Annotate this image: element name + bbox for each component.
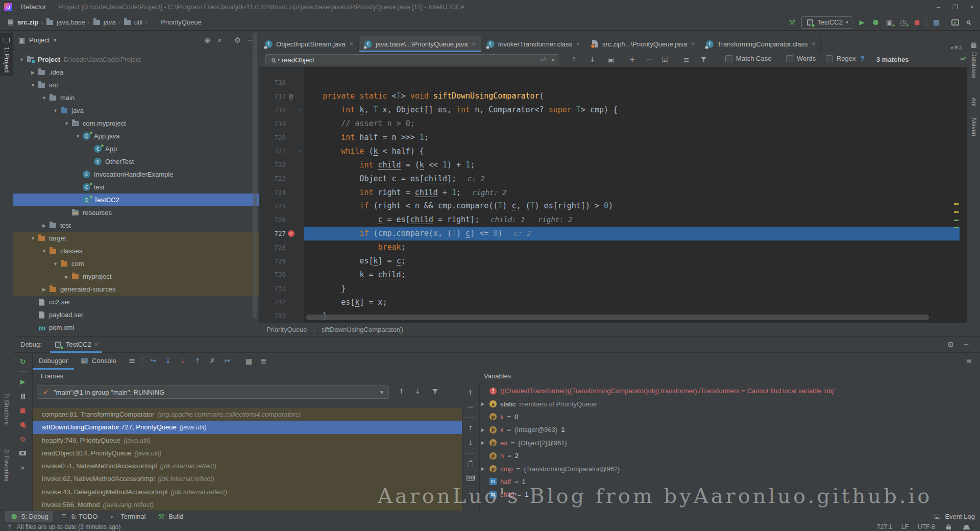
debug-icon[interactable]: [871, 18, 880, 27]
warning-stripe-mark[interactable]: [954, 203, 959, 205]
collapse-all-icon[interactable]: [216, 36, 225, 44]
code-line-724[interactable]: 724 int right = child + 1;right: 2: [259, 185, 960, 199]
project-view-selector[interactable]: Project ▼: [17, 36, 57, 44]
debug-session-tab[interactable]: TestCC2 ×: [50, 336, 102, 353]
event-log-button[interactable]: Event Log: [933, 512, 975, 521]
prev-occurrence-icon[interactable]: [570, 55, 578, 64]
frame-row[interactable]: siftDownUsingComparator:727, PriorityQue…: [33, 421, 462, 433]
code-line-728[interactable]: 728 break;: [259, 240, 960, 254]
tree-item-cc2ser[interactable]: cc2.ser: [13, 296, 259, 308]
variable-row[interactable]: half=1: [480, 475, 970, 488]
search-filter-icon[interactable]: [699, 55, 708, 64]
close-window-icon[interactable]: ×: [964, 4, 980, 11]
tree-item-App[interactable]: App: [13, 142, 259, 155]
run-icon[interactable]: [857, 18, 866, 27]
tree-chevron-icon[interactable]: ▶: [40, 287, 48, 292]
code-line-732[interactable]: 732 es[k] = x;: [259, 295, 960, 309]
code-editor[interactable]: 716717@ private static <T> void siftDown…: [259, 67, 960, 323]
breadcrumb-item-util[interactable]: util: [123, 18, 143, 27]
code-line-726[interactable]: 726 c = es[child = right];child: 1 right…: [259, 213, 960, 227]
encoding[interactable]: UTF-8: [918, 523, 935, 530]
tree-item-payloadser[interactable]: payload.ser: [13, 308, 259, 321]
breadcrumb-item-java[interactable]: java: [92, 18, 116, 27]
toolwindow-button-Build[interactable]: Build: [152, 511, 188, 522]
caret-position[interactable]: 727:1: [877, 523, 892, 530]
sidebar-item-favorites[interactable]: 2: Favorites: [0, 446, 13, 485]
close-tab-icon[interactable]: ×: [812, 40, 815, 47]
close-icon[interactable]: ×: [94, 341, 98, 348]
tree-item-InvocationHandlerExample[interactable]: InvocationHandlerExample: [13, 168, 259, 181]
add-watch-icon[interactable]: [467, 388, 475, 396]
tree-item-myproject[interactable]: ▶myproject: [13, 270, 259, 283]
line-ending[interactable]: LF: [901, 523, 909, 530]
expand-chevron-icon[interactable]: ▶: [480, 466, 486, 471]
remove-watch-icon[interactable]: [467, 402, 475, 411]
editor-tab-ObjectInputStreamjava[interactable]: ObjectInputStream.java×: [259, 36, 359, 52]
tree-item-generatedsources[interactable]: ▶generated-sources: [13, 283, 259, 296]
add-selection-icon[interactable]: [628, 55, 636, 64]
close-tab-icon[interactable]: ×: [691, 40, 695, 47]
next-occurrence-icon[interactable]: [588, 55, 597, 64]
thread-dropdown[interactable]: "main"@1 in group "main": RUNNING ▼: [37, 385, 389, 399]
tab-console[interactable]: Console: [74, 353, 122, 369]
editor-vertical-scrollbar[interactable]: [952, 67, 960, 323]
variable-row[interactable]: child=1: [480, 488, 970, 501]
step-out-icon[interactable]: [193, 356, 202, 365]
close-tab-icon[interactable]: ×: [350, 40, 353, 47]
frame-row[interactable]: heapify:749, PriorityQueue(java.util): [33, 434, 462, 447]
step-into-icon[interactable]: [164, 356, 173, 365]
minimize-panel-icon[interactable]: [962, 340, 971, 349]
warning-stripe-mark[interactable]: [954, 211, 959, 213]
gear-icon[interactable]: [233, 36, 242, 44]
rerun-icon[interactable]: [18, 357, 27, 366]
code-line-720[interactable]: 720 int half = n >>> 1;: [259, 131, 960, 144]
frame-row[interactable]: readObject:814, PriorityQueue(java.util): [33, 447, 462, 460]
editor-tab-javabasePriorityQueuejava[interactable]: java.base\...\PriorityQueue.java×: [359, 36, 481, 52]
debugger-layout-icon[interactable]: ≣: [966, 357, 980, 365]
expand-chevron-icon[interactable]: ▶: [480, 427, 486, 432]
code-line-729[interactable]: 729 es[k] = c;: [259, 254, 960, 268]
toolwindow-button-6TODO[interactable]: 6: TODO: [55, 511, 103, 522]
profiler-icon[interactable]: [899, 18, 908, 27]
readonly-lock-icon[interactable]: [944, 522, 953, 531]
move-down-icon[interactable]: [467, 439, 475, 447]
tree-chevron-icon[interactable]: ▼: [29, 236, 37, 241]
frame-row[interactable]: compare:81, TransformingComparator(org.a…: [33, 408, 462, 421]
frame-row[interactable]: invoke:62, NativeMethodAccessorImpl(jdk.…: [33, 472, 462, 485]
variable-row[interactable]: ((ChainedTransformer)((TransformingCompa…: [480, 384, 970, 397]
tree-chevron-icon[interactable]: ▼: [40, 95, 48, 101]
expand-chevron-icon[interactable]: ▶: [480, 401, 486, 406]
tree-item-test[interactable]: test: [13, 181, 259, 194]
show-watches-icon[interactable]: [467, 475, 475, 481]
run-with-coverage-icon[interactable]: [885, 18, 894, 27]
run-tool-window-icon[interactable]: [951, 19, 959, 26]
frames-filter-icon[interactable]: [431, 387, 439, 396]
fold-marker-icon[interactable]: ▿: [296, 107, 304, 113]
tree-item-Appjava[interactable]: ▼App.java: [13, 130, 259, 142]
stop-icon[interactable]: [18, 406, 27, 415]
prev-frame-icon[interactable]: [397, 387, 406, 396]
code-line-725[interactable]: 725 if (right < n && cmp.compare((T) c, …: [259, 199, 960, 213]
thread-dump-icon[interactable]: [18, 449, 27, 457]
code-line-717[interactable]: 717@ private static <T> void siftDownUsi…: [259, 89, 960, 103]
tree-chevron-icon[interactable]: ▼: [40, 249, 48, 254]
tree-item-OtherTest[interactable]: OtherTest: [13, 155, 259, 168]
close-tab-icon[interactable]: ×: [576, 40, 580, 47]
sidebar-item-ant[interactable]: Ant: [967, 94, 980, 110]
code-line-721[interactable]: 721▿ while (k < half) {: [259, 144, 960, 158]
frame-row[interactable]: invoke:43, DelegatingMethodAccessorImpl(…: [33, 486, 462, 498]
tree-item-idea[interactable]: ▶.idea: [13, 66, 259, 79]
tree-chevron-icon[interactable]: ▼: [51, 108, 60, 113]
tree-chevron-icon[interactable]: ▶: [62, 274, 71, 279]
tree-item-pomxml[interactable]: pom.xml: [13, 321, 259, 334]
info-stripe-mark[interactable]: [954, 227, 959, 228]
frame-row[interactable]: invoke:566, Method(java.lang.reflect): [33, 498, 462, 511]
hidden-tabs-dropdown[interactable]: ▾≡3: [951, 44, 967, 52]
breadcrumb-method[interactable]: siftDownUsingComparator(): [321, 326, 403, 333]
tree-item-commyproject[interactable]: ▼com.myproject: [13, 117, 259, 130]
code-line-727[interactable]: 727✓ if (cmp.compare(x, (T) c) <= 0)c: 2: [259, 227, 960, 240]
editor-tab-TransformingComparatorclass[interactable]: TransformingComparator.class×: [700, 36, 821, 52]
tree-item-java[interactable]: ▼java: [13, 104, 259, 117]
tree-item-TestCC2[interactable]: TestCC2: [13, 194, 259, 206]
search-everywhere-icon[interactable]: [964, 18, 973, 27]
